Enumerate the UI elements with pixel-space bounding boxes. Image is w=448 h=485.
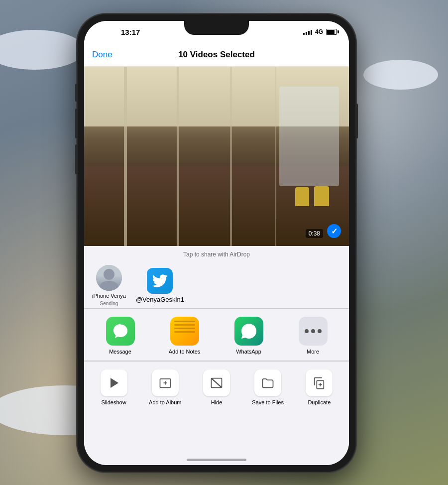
airdrop-hint-text: Tap to share with AirDrop (84, 246, 349, 261)
notes-line-3 (174, 328, 195, 329)
volume-up-button[interactable] (75, 109, 77, 138)
duplicate-action-icon (306, 369, 333, 396)
contact-status: Sending (100, 301, 118, 306)
contact-name: iPhone Venya (92, 293, 126, 299)
phone-wrapper: 13:17 4G (77, 14, 356, 472)
notes-line-4 (174, 331, 195, 333)
signal-bar-4 (311, 30, 312, 35)
message-app-icon (106, 317, 135, 346)
notes-line-1 (174, 321, 195, 322)
action-item-add-album[interactable]: Add to Album (148, 369, 183, 405)
mute-button[interactable] (75, 84, 77, 102)
avatar-head (104, 269, 114, 280)
column-4 (275, 67, 276, 246)
done-button[interactable]: Done (92, 50, 112, 60)
action-label-slideshow: Slideshow (102, 399, 126, 405)
action-label-duplicate: Duplicate (308, 399, 331, 405)
contact-avatar (96, 265, 122, 291)
video-preview-area: ✓ 0:38 (84, 67, 349, 246)
power-button[interactable] (356, 104, 358, 138)
action-label-add-album: Add to Album (149, 399, 181, 405)
battery-icon (326, 29, 337, 35)
column-2 (177, 67, 179, 246)
action-label-hide: Hide (211, 399, 223, 405)
signal-bar-1 (303, 33, 305, 35)
home-indicator[interactable] (187, 459, 246, 461)
hide-action-icon (203, 369, 230, 396)
airdrop-contact-item[interactable]: iPhone Venya Sending (92, 265, 126, 306)
action-item-hide[interactable]: Hide (199, 369, 234, 405)
volume-down-button[interactable] (75, 144, 77, 174)
app-label-notes: Add to Notes (169, 349, 201, 355)
video-content: ✓ 0:38 (84, 67, 349, 246)
signal-bar-2 (306, 32, 307, 35)
notes-line-2 (174, 324, 195, 326)
twitter-handle-text: @VenyaGeskin1 (136, 296, 184, 303)
share-sheet: Tap to share with AirDrop iPhone Ve (84, 246, 349, 465)
chair-2 (295, 187, 309, 206)
chair-1 (314, 186, 329, 206)
airdrop-contacts-row: iPhone Venya Sending @VenyaGeskin1 (84, 261, 349, 308)
app-label-more: More (307, 349, 319, 355)
notch (184, 21, 249, 35)
action-label-save-files: Save to Files (252, 399, 284, 405)
notes-app-icon (170, 317, 199, 346)
status-right: 4G (303, 28, 337, 35)
app-item-more[interactable]: More (296, 317, 331, 355)
app-item-whatsapp[interactable]: WhatsApp (231, 317, 266, 355)
battery-fill (327, 30, 335, 34)
dot-1 (305, 329, 309, 333)
page-title: 10 Videos Selected (178, 50, 255, 60)
more-dots-icon (305, 329, 322, 333)
app-label-message: Message (109, 349, 131, 355)
window-light (279, 87, 339, 186)
add-album-action-icon (152, 369, 179, 396)
avatar-body (100, 281, 118, 291)
snow-patch (363, 60, 438, 90)
app-item-notes[interactable]: Add to Notes (167, 317, 202, 355)
more-app-icon (299, 317, 328, 346)
phone-screen: 13:17 4G (84, 21, 349, 465)
notes-lines-icon (174, 321, 195, 335)
avatar-person-icon (96, 265, 122, 291)
network-label: 4G (315, 28, 323, 35)
action-item-duplicate[interactable]: Duplicate (302, 369, 336, 405)
dot-2 (311, 329, 315, 333)
column-1 (124, 67, 127, 246)
save-files-action-icon (254, 369, 281, 396)
phone-body: 13:17 4G (77, 14, 356, 472)
column-3 (230, 67, 232, 246)
play-triangle-icon (111, 378, 118, 388)
whatsapp-app-icon (234, 317, 263, 346)
twitter-share-item[interactable]: @VenyaGeskin1 (136, 268, 184, 303)
app-label-whatsapp: WhatsApp (236, 349, 261, 355)
signal-bars-icon (303, 29, 312, 35)
app-row: Message (84, 309, 349, 361)
scene: 13:17 4G (0, 0, 448, 485)
svg-line-4 (211, 378, 222, 388)
action-item-slideshow[interactable]: Slideshow (97, 369, 131, 405)
checkmark-icon: ✓ (331, 227, 337, 236)
video-selected-checkmark: ✓ (327, 224, 341, 238)
video-duration: 0:38 (306, 229, 323, 238)
dot-3 (318, 329, 322, 333)
action-row: Slideshow Add to Album (84, 362, 349, 411)
slideshow-action-icon (101, 369, 127, 396)
action-item-save-files[interactable]: Save to Files (250, 369, 285, 405)
navigation-bar: Done 10 Videos Selected (84, 43, 349, 67)
twitter-icon (147, 268, 173, 294)
app-item-message[interactable]: Message (103, 317, 138, 355)
status-time: 13:17 (121, 28, 140, 36)
signal-bar-3 (308, 31, 310, 35)
